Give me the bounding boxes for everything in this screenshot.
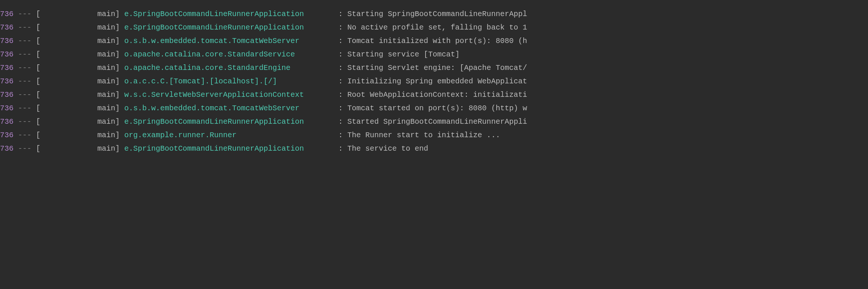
log-message: Starting Servlet engine: [Apache Tomcat/ [347,61,527,75]
log-line: 736 --- [main] e.SpringBootCommandLineRu… [0,21,868,34]
thread-name: main [40,75,115,88]
separator-dashes: --- [18,7,31,21]
log-message: Root WebApplicationContext: initializati [347,88,527,102]
log-message: The service to end [347,142,428,156]
process-id: 736 [0,75,13,88]
log-line: 736 --- [main] o.a.c.c.C.[Tomcat].[local… [0,75,868,88]
separator-dashes: --- [18,102,31,115]
log-line: 736 --- [main] o.apache.catalina.core.St… [0,61,868,75]
log-message: Initializing Spring embedded WebApplicat [347,75,527,88]
process-id: 736 [0,61,13,75]
logger-name: w.s.c.ServletWebServerApplicationContext [124,88,334,102]
bracket-open: [ [36,115,40,129]
bracket-close: ] [115,61,120,75]
separator-dashes: --- [18,88,31,102]
thread-name: main [40,21,115,34]
bracket-open: [ [36,75,40,88]
process-id: 736 [0,21,13,34]
bracket-close: ] [115,34,120,48]
thread-name: main [40,88,115,102]
colon-separator: : [338,21,343,34]
log-line: 736 --- [main] o.s.b.w.embedded.tomcat.T… [0,34,868,48]
bracket-close: ] [115,129,120,142]
colon-separator: : [338,34,343,48]
separator-dashes: --- [18,142,31,156]
separator-dashes: --- [18,115,31,129]
log-line: 736 --- [main] org.example.runner.Runner… [0,129,868,142]
thread-name: main [40,129,115,142]
logger-name: e.SpringBootCommandLineRunnerApplication [124,115,334,129]
bracket-open: [ [36,48,40,61]
bracket-open: [ [36,61,40,75]
bracket-close: ] [115,7,120,21]
log-message: Starting service [Tomcat] [347,48,460,61]
process-id: 736 [0,88,13,102]
thread-name: main [40,34,115,48]
log-line: 736 --- [main] o.s.b.w.embedded.tomcat.T… [0,102,868,115]
bracket-open: [ [36,129,40,142]
separator-dashes: --- [18,61,31,75]
log-line: 736 --- [main] e.SpringBootCommandLineRu… [0,7,868,21]
thread-name: main [40,142,115,156]
log-message: Tomcat started on port(s): 8080 (http) w [347,102,527,115]
logger-name: o.a.c.c.C.[Tomcat].[localhost].[/] [124,75,334,88]
separator-dashes: --- [18,75,31,88]
bracket-close: ] [115,115,120,129]
bracket-close: ] [115,142,120,156]
colon-separator: : [338,129,343,142]
colon-separator: : [338,115,343,129]
process-id: 736 [0,102,13,115]
log-message: No active profile set, falling back to 1 [347,21,527,34]
thread-name: main [40,115,115,129]
bracket-open: [ [36,88,40,102]
log-line: 736 --- [main] e.SpringBootCommandLineRu… [0,115,868,129]
log-message: Tomcat initialized with port(s): 8080 (h [347,34,527,48]
process-id: 736 [0,34,13,48]
log-message: Started SpringBootCommandLineRunnerAppli [347,115,527,129]
logger-name: o.s.b.w.embedded.tomcat.TomcatWebServer [124,102,334,115]
bracket-close: ] [115,75,120,88]
logger-name: o.s.b.w.embedded.tomcat.TomcatWebServer [124,34,334,48]
log-message: Starting SpringBootCommandLineRunnerAppl [347,7,527,21]
colon-separator: : [338,102,343,115]
colon-separator: : [338,75,343,88]
bracket-close: ] [115,21,120,34]
colon-separator: : [338,142,343,156]
logger-name: e.SpringBootCommandLineRunnerApplication [124,7,334,21]
bracket-open: [ [36,34,40,48]
colon-separator: : [338,7,343,21]
bracket-open: [ [36,102,40,115]
colon-separator: : [338,48,343,61]
process-id: 736 [0,7,13,21]
process-id: 736 [0,129,13,142]
process-id: 736 [0,48,13,61]
process-id: 736 [0,115,13,129]
colon-separator: : [338,61,343,75]
thread-name: main [40,48,115,61]
logger-name: e.SpringBootCommandLineRunnerApplication [124,21,334,34]
log-line: 736 --- [main] e.SpringBootCommandLineRu… [0,142,868,156]
process-id: 736 [0,142,13,156]
thread-name: main [40,7,115,21]
logger-name: o.apache.catalina.core.StandardService [124,48,334,61]
bracket-open: [ [36,142,40,156]
separator-dashes: --- [18,21,31,34]
bracket-close: ] [115,88,120,102]
bracket-open: [ [36,7,40,21]
thread-name: main [40,102,115,115]
log-message: The Runner start to initialize ... [347,129,500,142]
colon-separator: : [338,88,343,102]
bracket-open: [ [36,21,40,34]
bracket-close: ] [115,48,120,61]
separator-dashes: --- [18,129,31,142]
logger-name: org.example.runner.Runner [124,129,334,142]
bracket-close: ] [115,102,120,115]
separator-dashes: --- [18,34,31,48]
log-line: 736 --- [main] w.s.c.ServletWebServerApp… [0,88,868,102]
log-line: 736 --- [main] o.apache.catalina.core.St… [0,48,868,61]
separator-dashes: --- [18,48,31,61]
log-output-panel: 736 --- [main] e.SpringBootCommandLineRu… [0,7,868,156]
thread-name: main [40,61,115,75]
logger-name: o.apache.catalina.core.StandardEngine [124,61,334,75]
logger-name: e.SpringBootCommandLineRunnerApplication [124,142,334,156]
